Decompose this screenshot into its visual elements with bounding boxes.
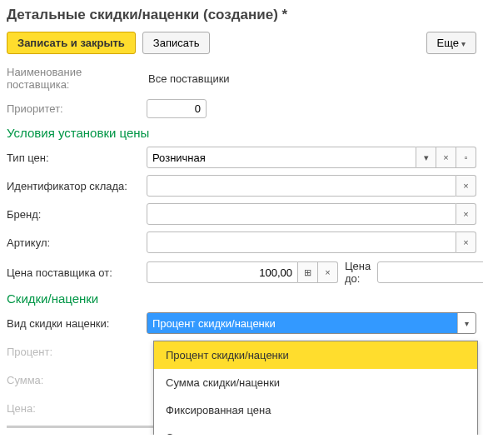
article-input[interactable] — [147, 231, 456, 253]
price-to-label: Цена до: — [338, 260, 377, 285]
price-from-input[interactable] — [147, 261, 298, 283]
price-to-input[interactable] — [377, 261, 483, 283]
discount-type-value: Процент скидки/наценки — [147, 313, 457, 333]
section-discounts: Скидки/наценки — [7, 291, 476, 306]
priority-input[interactable] — [147, 99, 207, 118]
warehouse-id-input[interactable] — [147, 175, 456, 197]
price-label: Цена: — [7, 402, 147, 415]
warehouse-id-clear-button[interactable]: × — [456, 175, 476, 197]
supplier-price-from-label: Цена поставщика от: — [7, 266, 147, 279]
toolbar: Записать и закрыть Записать Еще — [7, 32, 476, 54]
section-price-conditions: Условия установки цены — [7, 126, 476, 140]
save-button[interactable]: Записать — [142, 32, 211, 54]
more-label: Еще — [437, 37, 459, 49]
discount-type-label: Вид скидки наценки: — [7, 317, 147, 330]
more-button[interactable]: Еще — [426, 32, 476, 54]
brand-input[interactable] — [147, 203, 456, 225]
article-clear-button[interactable]: × — [456, 231, 476, 253]
dropdown-option[interactable]: Сумма скидки/наценки — [154, 369, 477, 396]
supplier-name-value: Все поставщики — [147, 70, 232, 87]
supplier-name-label: Наименование поставщика: — [7, 66, 147, 91]
chevron-down-icon — [461, 37, 466, 49]
price-type-input[interactable] — [147, 147, 416, 168]
discount-type-dropdown-button[interactable]: ▾ — [457, 313, 476, 333]
priority-label: Приоритет: — [7, 102, 147, 115]
discount-type-dropdown: Процент скидки/наценки Сумма скидки/наце… — [153, 341, 478, 435]
price-type-clear-button[interactable]: × — [436, 147, 456, 168]
dropdown-option[interactable]: Фиксированная цена — [154, 396, 477, 424]
discount-type-combo[interactable]: Процент скидки/наценки ▾ — [147, 312, 476, 334]
price-type-open-button[interactable]: ▫ — [456, 147, 476, 168]
brand-clear-button[interactable]: × — [456, 203, 476, 225]
percent-label: Процент: — [7, 346, 147, 358]
sum-label: Сумма: — [7, 374, 147, 386]
dropdown-option[interactable]: Сначала процент, затем сумма — [154, 424, 477, 435]
price-from-clear-button[interactable]: × — [318, 261, 338, 283]
price-from-calendar-icon[interactable]: ⊞ — [298, 261, 318, 283]
brand-label: Бренд: — [7, 208, 147, 221]
article-label: Артикул: — [7, 236, 147, 249]
save-close-button[interactable]: Записать и закрыть — [7, 32, 136, 54]
warehouse-id-label: Идентификатор склада: — [7, 180, 147, 192]
window-title: Детальные скидки/наценки (создание) * — [7, 7, 476, 23]
dropdown-option[interactable]: Процент скидки/наценки — [154, 341, 477, 369]
price-type-dropdown-button[interactable]: ▾ — [416, 147, 436, 168]
price-type-label: Тип цен: — [7, 152, 147, 164]
